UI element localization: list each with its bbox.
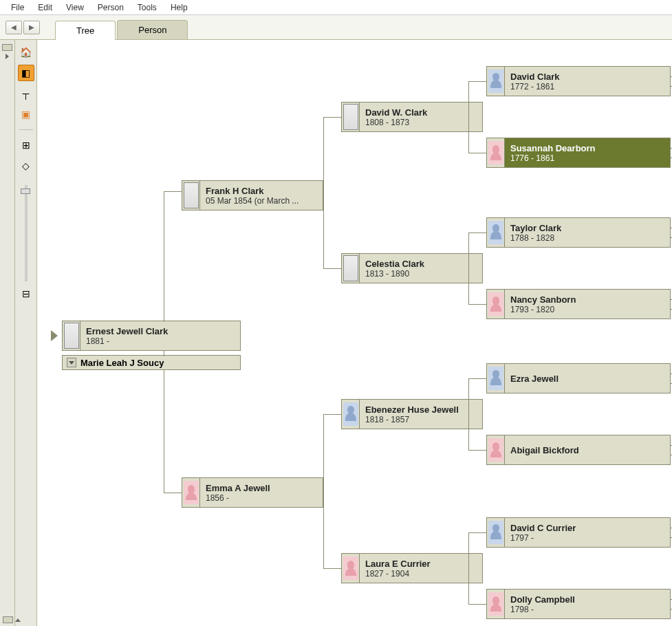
silhouette-male-icon	[343, 402, 358, 426]
tree-canvas[interactable]: Ernest Jewell Clark1881 - Marie Leah J S…	[37, 40, 672, 626]
person-dates: 1798 -	[510, 605, 575, 614]
person-name: Taylor Clark	[510, 223, 561, 233]
spouse-card[interactable]: Marie Leah J Soucy	[62, 355, 241, 370]
tab-tree[interactable]: Tree	[55, 21, 116, 40]
minus-icon: ⊟	[22, 288, 30, 299]
person-card-mm[interactable]: Laura E Currier1827 - 1904	[341, 553, 483, 583]
person-dates: 1818 - 1857	[365, 415, 459, 424]
toolbar: ◀ ▶ Tree Person	[0, 15, 672, 40]
person-card-father[interactable]: Frank H Clark05 Mar 1854 (or March ...	[182, 180, 323, 211]
person-dates: 1813 - 1890	[365, 269, 424, 279]
person-name: Abigail Bickford	[510, 445, 579, 455]
zoom-out-button[interactable]: ⊟	[18, 285, 34, 302]
person-name: David Clark	[510, 72, 560, 82]
pedigree-icon: ◧	[21, 67, 30, 78]
person-icon: ▣	[21, 109, 30, 120]
list-icon	[2, 44, 12, 51]
person-name: Ernest Jewell Clark	[86, 326, 168, 336]
person-name: Dolly Campbell	[510, 594, 575, 605]
person-card-root[interactable]: Ernest Jewell Clark1881 -	[62, 321, 241, 351]
forward-button[interactable]: ▶	[23, 21, 40, 34]
person-card-mf[interactable]: Ebenezer Huse Jewell1818 - 1857	[341, 399, 483, 429]
person-dates: 1808 - 1873	[365, 118, 427, 127]
silhouette-female-icon	[488, 141, 503, 164]
photo-thumb-icon	[64, 323, 79, 349]
plus-icon: ⊞	[22, 140, 30, 151]
index-panel-collapsed[interactable]	[0, 40, 15, 626]
silhouette-female-icon	[488, 438, 503, 462]
person-card-mmm[interactable]: Dolly Campbell1798 -	[486, 589, 671, 619]
slider-thumb[interactable]	[21, 188, 30, 194]
person-name: Susannah Dearborn	[510, 143, 596, 153]
tab-person[interactable]: Person	[117, 20, 188, 39]
photo-thumb-icon	[343, 255, 358, 281]
fit-icon: ◇	[22, 160, 30, 171]
pedigree-view-button[interactable]: ◧	[18, 65, 34, 81]
photo-thumb-icon	[184, 182, 199, 208]
person-dates: 05 Mar 1854 (or March ...	[206, 196, 299, 206]
root-arrow-icon	[51, 330, 58, 341]
person-name: Celestia Clark	[365, 259, 424, 269]
back-button[interactable]: ◀	[6, 21, 22, 34]
person-card-fmm[interactable]: Nancy Sanborn1793 - 1820	[486, 289, 671, 319]
silhouette-female-icon	[343, 557, 358, 580]
family-icon: ┬	[23, 88, 30, 99]
person-dates: 1776 - 1861	[510, 153, 596, 163]
person-name: David W. Clark	[365, 107, 427, 118]
person-card-fmf[interactable]: Taylor Clark1788 - 1828	[486, 217, 671, 248]
person-card-mmf[interactable]: David C Currier1797 -	[486, 517, 671, 548]
menu-help[interactable]: Help	[164, 3, 195, 12]
person-dates: 1827 - 1904	[365, 569, 431, 579]
menu-tools[interactable]: Tools	[131, 3, 164, 12]
silhouette-male-icon	[488, 221, 503, 244]
home-button[interactable]: 🏠	[18, 44, 34, 61]
person-card-mff[interactable]: Ezra Jewell	[486, 363, 671, 393]
person-card-mfm[interactable]: Abigail Bickford	[486, 435, 671, 465]
family-view-button[interactable]: ┬	[18, 85, 34, 102]
bottom-panel-collapsed[interactable]	[3, 616, 21, 623]
silhouette-female-icon	[184, 481, 199, 504]
person-card-mother[interactable]: Emma A Jewell1856 -	[182, 477, 323, 508]
person-card-fff[interactable]: David Clark1772 - 1861	[486, 66, 671, 96]
person-dates: 1772 - 1861	[510, 82, 560, 91]
silhouette-male-icon	[488, 367, 503, 390]
silhouette-male-icon	[488, 69, 503, 93]
menu-file[interactable]: File	[4, 3, 31, 12]
person-name: Ebenezer Huse Jewell	[365, 404, 459, 415]
chevron-up-icon	[15, 618, 21, 622]
spouse-name: Marie Leah J Soucy	[80, 358, 164, 368]
person-dates: 1793 - 1820	[510, 305, 576, 314]
person-card-ffm[interactable]: Susannah Dearborn1776 - 1861	[486, 138, 671, 168]
person-dates: 1797 -	[510, 533, 576, 543]
person-dates: 1856 -	[206, 493, 270, 503]
spouse-expand-button[interactable]	[67, 358, 76, 367]
chevron-down-icon	[69, 361, 74, 365]
person-name: Nancy Sanborn	[510, 294, 576, 305]
person-card-fm[interactable]: Celestia Clark1813 - 1890	[341, 253, 483, 283]
view-toolbar: 🏠 ◧ ┬ ▣ ⊞ ◇ ⊟	[15, 40, 37, 626]
photo-thumb-icon	[343, 104, 358, 130]
zoom-in-button[interactable]: ⊞	[18, 137, 34, 153]
silhouette-female-icon	[488, 292, 503, 316]
person-name: Emma A Jewell	[206, 483, 270, 493]
person-name: Frank H Clark	[206, 186, 299, 196]
menu-view[interactable]: View	[59, 3, 91, 12]
person-dates: 1788 - 1828	[510, 233, 561, 243]
zoom-slider[interactable]	[25, 185, 28, 281]
zoom-fit-button[interactable]: ◇	[18, 158, 34, 174]
person-name: Ezra Jewell	[510, 374, 559, 384]
silhouette-male-icon	[488, 521, 503, 544]
person-name: Laura E Currier	[365, 559, 431, 569]
person-dates: 1881 -	[86, 336, 168, 346]
list-icon	[3, 616, 13, 623]
home-icon: 🏠	[20, 47, 32, 58]
expand-icon	[6, 54, 9, 59]
menu-person[interactable]: Person	[91, 3, 131, 12]
tab-strip: Tree Person	[55, 20, 189, 39]
menu-bar: File Edit View Person Tools Help	[0, 0, 672, 15]
person-name: David C Currier	[510, 523, 576, 533]
person-view-button[interactable]: ▣	[18, 106, 34, 122]
silhouette-female-icon	[488, 592, 503, 616]
menu-edit[interactable]: Edit	[31, 3, 59, 12]
person-card-ff[interactable]: David W. Clark1808 - 1873	[341, 102, 483, 132]
